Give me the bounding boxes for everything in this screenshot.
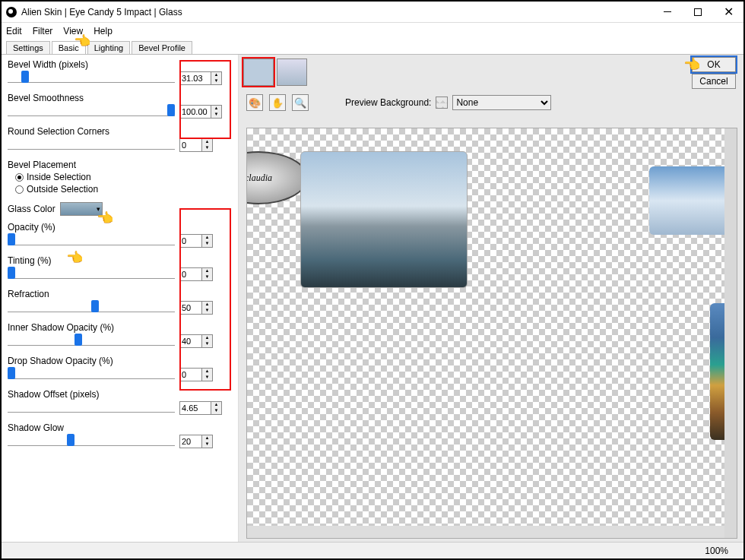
- refraction-label: Refraction: [8, 289, 232, 299]
- hand-annotation-icon: 👉: [684, 56, 701, 73]
- watermark-logo: claudia: [246, 151, 308, 204]
- tinting-slider[interactable]: [8, 270, 175, 279]
- bevel-smoothness-slider[interactable]: [8, 107, 175, 116]
- shadow-offset-label: Shadow Offset (pixels): [8, 389, 232, 400]
- bevel-width-input[interactable]: ▲▼: [179, 71, 222, 85]
- preview-bg-select[interactable]: None: [452, 95, 551, 110]
- preview-bg-label: Preview Background:: [345, 97, 431, 108]
- horizontal-scrollbar[interactable]: [247, 526, 724, 538]
- bevel-width-label: Bevel Width (pixels): [8, 59, 232, 70]
- preview-bg-swatch: [436, 96, 448, 109]
- tab-bevel-profile[interactable]: Bevel Profile: [132, 41, 192, 54]
- zoom-level: 100%: [705, 546, 728, 556]
- bevel-width-slider[interactable]: [8, 74, 175, 83]
- round-corners-input[interactable]: ▲▼: [179, 138, 213, 152]
- menubar: Edit Filter View Help: [2, 23, 743, 40]
- tinting-input[interactable]: ▲▼: [179, 267, 213, 281]
- pan-tool[interactable]: ✋: [269, 94, 286, 111]
- menu-filter[interactable]: Filter: [33, 26, 53, 36]
- preview-canvas[interactable]: claudia: [246, 128, 737, 539]
- hand-annotation-icon: 👉: [67, 249, 84, 266]
- radio-outside-selection[interactable]: Outside Selection: [15, 184, 232, 195]
- bevel-placement-label: Bevel Placement: [8, 160, 232, 170]
- drop-shadow-input[interactable]: ▲▼: [179, 368, 213, 381]
- menu-edit[interactable]: Edit: [6, 26, 22, 36]
- drop-shadow-slider[interactable]: [8, 370, 175, 379]
- opacity-label: Opacity (%): [8, 222, 232, 233]
- glass-color-label: Glass Color: [8, 204, 55, 214]
- hand-annotation-icon: 👉: [74, 33, 91, 49]
- maximize-button[interactable]: [683, 2, 713, 22]
- radio-inside-selection[interactable]: Inside Selection: [15, 172, 232, 182]
- close-button[interactable]: ✕: [713, 2, 743, 22]
- shadow-glow-label: Shadow Glow: [8, 422, 232, 433]
- tinting-label: Tinting (%): [8, 255, 232, 266]
- preview-panel: 🎨 ✋ 🔍 Preview Background: None claudia: [239, 55, 743, 542]
- round-corners-slider[interactable]: [8, 141, 175, 150]
- bevel-smoothness-label: Bevel Smoothness: [8, 93, 232, 103]
- tabs: Settings Basic Lighting Bevel Profile: [2, 40, 743, 55]
- shadow-glow-input[interactable]: ▲▼: [179, 435, 213, 448]
- app-icon: [6, 7, 17, 17]
- vertical-scrollbar[interactable]: [724, 128, 737, 538]
- zoom-tool[interactable]: 🔍: [292, 94, 309, 111]
- statusbar: 100%: [2, 542, 743, 558]
- opacity-slider[interactable]: [8, 236, 175, 245]
- inner-shadow-label: Inner Shadow Opacity (%): [8, 322, 232, 333]
- drop-shadow-label: Drop Shadow Opacity (%): [8, 356, 232, 366]
- window-title: Alien Skin | Eye Candy 5 Impact | Glass: [21, 7, 652, 17]
- shadow-offset-input[interactable]: ▲▼: [179, 401, 222, 415]
- hand-annotation-icon: 👉: [97, 210, 114, 226]
- glass-color-button[interactable]: [60, 202, 103, 216]
- bevel-smoothness-input[interactable]: ▲▼: [179, 105, 222, 119]
- inner-shadow-slider[interactable]: [8, 337, 175, 346]
- cancel-button[interactable]: Cancel: [692, 74, 736, 89]
- shadow-offset-slider[interactable]: [8, 403, 175, 413]
- tab-settings[interactable]: Settings: [6, 41, 50, 54]
- preset-thumb-1[interactable]: [243, 59, 274, 86]
- titlebar: Alien Skin | Eye Candy 5 Impact | Glass …: [2, 2, 743, 23]
- minimize-button[interactable]: [652, 2, 683, 22]
- tab-lighting[interactable]: Lighting: [87, 41, 131, 54]
- preset-thumb-2[interactable]: [277, 59, 307, 86]
- shadow-glow-slider[interactable]: [8, 437, 175, 446]
- preset-thumbnails: [239, 55, 743, 90]
- color-picker-tool[interactable]: 🎨: [246, 94, 263, 111]
- inner-shadow-input[interactable]: ▲▼: [179, 334, 213, 348]
- preview-image-1: [300, 151, 468, 288]
- parameters-panel: Bevel Width (pixels) ▲▼ Bevel Smoothness…: [2, 55, 239, 542]
- menu-help[interactable]: Help: [94, 26, 113, 36]
- opacity-input[interactable]: ▲▼: [179, 234, 213, 248]
- round-corners-label: Round Selection Corners: [8, 126, 232, 137]
- refraction-slider[interactable]: [8, 303, 175, 312]
- refraction-input[interactable]: ▲▼: [179, 301, 213, 315]
